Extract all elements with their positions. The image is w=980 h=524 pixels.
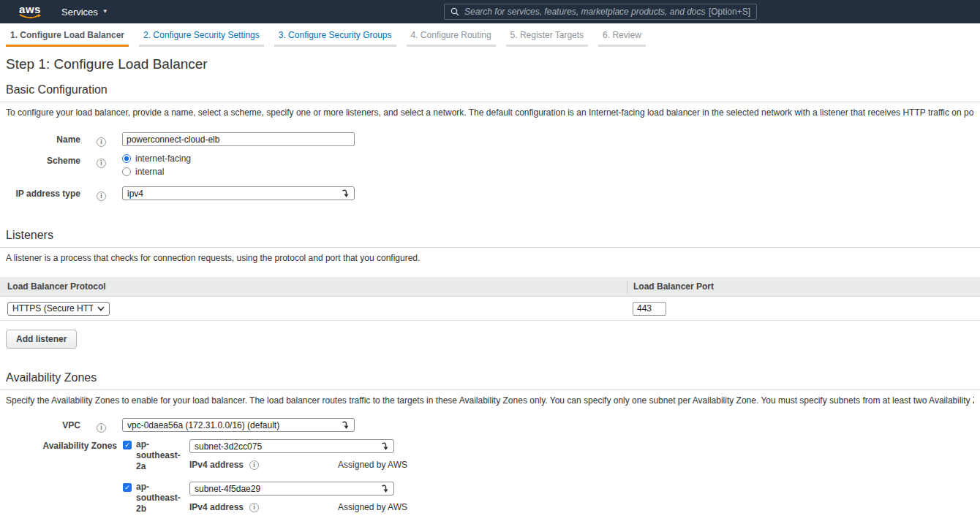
scheme-row: Scheme i internet-facing internal xyxy=(0,153,980,180)
ip-address-type-select[interactable]: ipv4 xyxy=(122,186,355,200)
select-arrow-icon xyxy=(381,484,389,493)
info-icon[interactable]: i xyxy=(97,137,106,147)
step-configure-security-groups[interactable]: 3. Configure Security Groups xyxy=(274,23,396,47)
zone-2a-name: ap-southeast-2a xyxy=(136,439,189,472)
col-load-balancer-port: Load Balancer Port xyxy=(627,281,980,293)
load-balancer-name-input[interactable] xyxy=(122,132,355,146)
step-configure-routing: 4. Configure Routing xyxy=(407,23,496,47)
availability-zones-heading: Availability Zones xyxy=(0,371,980,390)
vpc-row: VPC i vpc-0daea56a (172.31.0.0/16) (defa… xyxy=(0,418,980,433)
step-review: 6. Review xyxy=(598,23,646,47)
add-listener-button[interactable]: Add listener xyxy=(6,330,77,349)
search-input[interactable] xyxy=(464,7,709,17)
aws-logo[interactable]: aws xyxy=(19,4,41,20)
info-icon[interactable]: i xyxy=(249,460,259,470)
protocol-select[interactable]: HTTPS (Secure HTTP) xyxy=(7,302,110,316)
basic-configuration-heading: Basic Configuration xyxy=(0,83,980,102)
info-icon[interactable]: i xyxy=(97,159,106,168)
info-icon[interactable]: i xyxy=(97,423,106,433)
radio-unselected-icon[interactable] xyxy=(122,167,131,176)
select-arrow-icon xyxy=(381,441,389,451)
top-nav-bar: aws Services ▼ [Option+S] xyxy=(0,0,980,23)
select-arrow-icon xyxy=(342,420,350,430)
availability-zones-label: Availability Zones xyxy=(0,439,117,451)
basic-configuration-description: To configure your load balancer, provide… xyxy=(6,107,974,118)
info-icon[interactable]: i xyxy=(249,503,259,512)
name-label: Name xyxy=(0,132,80,145)
chevron-down-icon xyxy=(97,306,105,311)
wizard-steps: 1. Configure Load Balancer 2. Configure … xyxy=(0,23,980,47)
search-icon xyxy=(451,7,459,16)
search-shortcut-hint: [Option+S] xyxy=(709,7,750,17)
basic-configuration-form: Name i Scheme i internet-facing internal… xyxy=(0,132,980,201)
select-arrow-icon xyxy=(342,189,350,198)
availability-zones-description: Specify the Availability Zones to enable… xyxy=(6,395,974,406)
zone-2b-ipv4-line: IPv4 address i Assigned by AWS xyxy=(189,502,407,512)
aws-logo-text: aws xyxy=(19,4,41,14)
zone-2b-subnet-select[interactable]: subnet-4f5dae29 xyxy=(189,482,394,495)
listeners-table-header: Load Balancer Protocol Load Balancer Por… xyxy=(0,277,980,297)
zone-2a-ipv4-line: IPv4 address i Assigned by AWS xyxy=(189,460,407,470)
vpc-label: VPC xyxy=(0,418,80,430)
zone-2a-subnet-select[interactable]: subnet-3d2cc075 xyxy=(189,439,394,453)
scheme-label: Scheme xyxy=(0,153,80,166)
caret-down-icon: ▼ xyxy=(102,9,108,15)
listeners-description: A listener is a process that checks for … xyxy=(6,253,974,263)
aws-smile-icon xyxy=(19,14,41,20)
scheme-option-internal[interactable]: internal xyxy=(122,167,191,177)
services-label: Services xyxy=(61,7,98,18)
col-load-balancer-protocol: Load Balancer Protocol xyxy=(0,281,627,292)
step-register-targets: 5. Register Targets xyxy=(506,23,589,47)
listener-row: HTTPS (Secure HTTP) xyxy=(0,297,980,321)
vpc-select[interactable]: vpc-0daea56a (172.31.0.0/16) (default) xyxy=(122,418,355,432)
global-search[interactable]: [Option+S] xyxy=(444,4,757,20)
name-row: Name i xyxy=(0,132,980,147)
ip-address-type-label: IP address type xyxy=(0,186,80,199)
availability-zone-row-2a: Availability Zones ap-southeast-2a subne… xyxy=(0,439,980,472)
zone-2b-ipv4-value: Assigned by AWS xyxy=(338,502,407,512)
step-configure-security-settings[interactable]: 2. Configure Security Settings xyxy=(139,23,264,47)
zone-2a-ipv4-value: Assigned by AWS xyxy=(338,460,407,470)
zone-2b-checkbox[interactable] xyxy=(123,483,132,492)
step-configure-load-balancer: 1. Configure Load Balancer xyxy=(6,23,129,47)
listeners-table: Load Balancer Protocol Load Balancer Por… xyxy=(0,277,980,321)
page-title: Step 1: Configure Load Balancer xyxy=(6,56,974,72)
services-menu[interactable]: Services ▼ xyxy=(61,7,108,18)
info-icon[interactable]: i xyxy=(97,191,106,201)
zone-2a-checkbox[interactable] xyxy=(123,441,132,449)
listeners-heading: Listeners xyxy=(0,229,980,248)
zone-2b-name: ap-southeast-2b xyxy=(136,482,189,514)
radio-selected-icon[interactable] xyxy=(122,154,131,163)
ip-address-type-row: IP address type i ipv4 xyxy=(0,186,980,201)
port-input[interactable] xyxy=(633,302,666,316)
availability-zone-row-2b: ap-southeast-2b subnet-4f5dae29 IPv4 add… xyxy=(0,482,980,514)
scheme-option-internet-facing[interactable]: internet-facing xyxy=(122,153,191,164)
